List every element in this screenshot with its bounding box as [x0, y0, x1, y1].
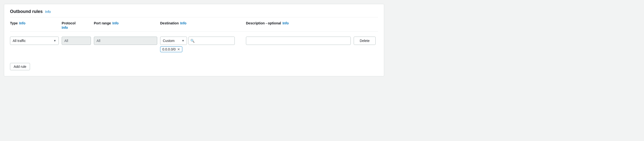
col-header-port-range: Port range Info [94, 21, 157, 25]
col-label-port-range: Port range [94, 21, 111, 25]
col-label-type: Type [10, 21, 18, 25]
description-info-link[interactable]: Info [282, 21, 289, 25]
col-header-protocol: Protocol Info [62, 21, 91, 30]
search-input-wrapper: 🔍 [188, 36, 235, 45]
col-header-type: Type Info [10, 21, 59, 25]
col-label-protocol: Protocol [62, 21, 76, 25]
outbound-rules-panel: Outbound rules Info Type Info Protocol I… [4, 4, 384, 76]
section-info-link[interactable]: Info [45, 10, 51, 14]
destination-tag: 0.0.0.0/0 ✕ [160, 46, 182, 52]
protocol-info-link[interactable]: Info [62, 26, 68, 30]
type-select-wrapper: All traffic Custom TCP Custom UDP All TC… [10, 36, 59, 45]
tag-value: 0.0.0.0/0 [162, 47, 176, 51]
col-header-destination: Destination Info [160, 21, 243, 25]
port-range-value: All [94, 36, 157, 45]
description-wrapper [246, 36, 351, 45]
destination-select[interactable]: Custom Anywhere-IPv4 Anywhere-IPv6 My IP [160, 36, 187, 45]
destination-search-input[interactable] [188, 36, 235, 45]
destination-row: Custom Anywhere-IPv4 Anywhere-IPv6 My IP… [160, 36, 243, 45]
col-label-destination: Destination [160, 21, 179, 25]
type-select[interactable]: All traffic Custom TCP Custom UDP All TC… [10, 36, 59, 45]
col-label-description: Description - optional [246, 21, 281, 25]
type-info-link[interactable]: Info [19, 21, 26, 25]
destination-tags: 0.0.0.0/0 ✕ [160, 46, 243, 52]
destination-wrapper: Custom Anywhere-IPv4 Anywhere-IPv6 My IP… [160, 36, 243, 52]
add-rule-section: Add rule [10, 59, 378, 70]
description-input[interactable] [246, 36, 351, 45]
delete-button[interactable]: Delete [354, 36, 376, 45]
protocol-value: All [62, 36, 91, 45]
destination-select-wrapper: Custom Anywhere-IPv4 Anywhere-IPv6 My IP… [160, 36, 187, 45]
add-rule-button[interactable]: Add rule [10, 63, 30, 70]
port-range-info-link[interactable]: Info [112, 21, 119, 25]
section-header: Outbound rules Info [10, 9, 378, 17]
table-row: All traffic Custom TCP Custom UDP All TC… [10, 35, 378, 54]
table-header: Type Info Protocol Info Port range Info … [10, 21, 378, 32]
section-title: Outbound rules [10, 9, 43, 14]
tag-remove-icon[interactable]: ✕ [177, 48, 180, 51]
destination-info-link[interactable]: Info [180, 21, 186, 25]
col-header-description: Description - optional Info [246, 21, 351, 25]
